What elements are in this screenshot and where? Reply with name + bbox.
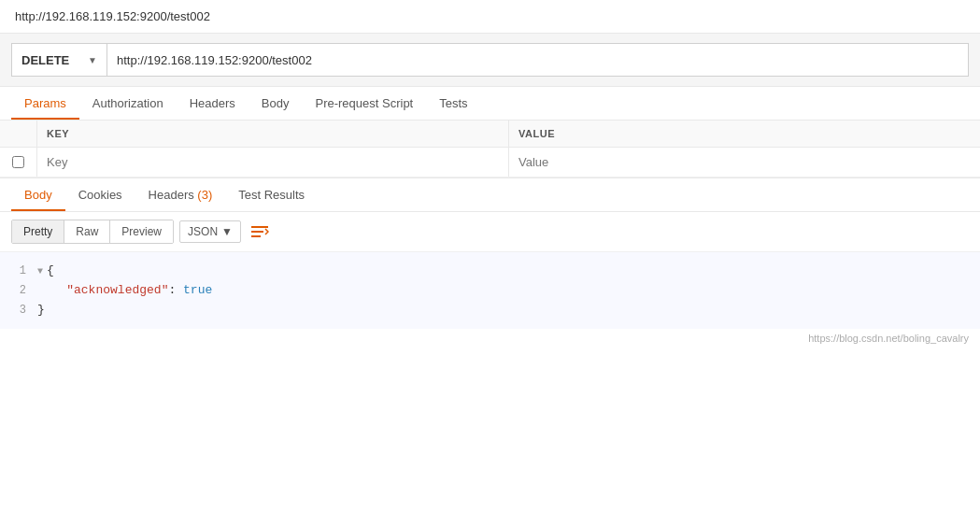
resp-tab-headers[interactable]: Headers (3) <box>135 178 226 211</box>
code-line-1: 1 ▼{ <box>0 262 980 281</box>
resp-tab-cookies[interactable]: Cookies <box>65 178 135 211</box>
headers-badge: (3) <box>197 188 212 202</box>
key-cell <box>37 148 509 177</box>
json-chevron-icon: ▼ <box>221 225 233 238</box>
checkbox-header <box>0 121 37 147</box>
format-button-group: Pretty Raw Preview <box>11 220 174 244</box>
watermark-text: https://blog.csdn.net/boling_cavalry <box>808 333 969 344</box>
value-input[interactable] <box>518 155 971 169</box>
wrap-button[interactable] <box>247 220 273 243</box>
json-format-select[interactable]: JSON ▼ <box>179 220 241 243</box>
raw-button[interactable]: Raw <box>64 220 110 243</box>
response-tabs-list: Body Cookies Headers (3) Test Results <box>11 178 969 211</box>
tab-tests[interactable]: Tests <box>426 87 480 120</box>
code-area: 1 ▼{ 2 "acknowledged": true 3 } <box>0 252 980 329</box>
code-line-2: 2 "acknowledged": true <box>0 281 980 301</box>
row-checkbox[interactable] <box>0 148 37 177</box>
value-cell <box>509 148 980 177</box>
tab-authorization[interactable]: Authorization <box>79 87 177 120</box>
method-select-wrapper: DELETE GET POST PUT PATCH HEAD OPTIONS ▼ <box>11 43 107 77</box>
resp-tab-test-results[interactable]: Test Results <box>225 178 318 211</box>
json-value: true <box>183 283 212 297</box>
top-url-text: http://192.168.119.152:9200/test002 <box>15 9 210 23</box>
tab-params[interactable]: Params <box>11 87 79 120</box>
params-table-row <box>0 148 980 177</box>
params-table-container: KEY VALUE <box>0 121 980 177</box>
response-tabs: Body Cookies Headers (3) Test Results <box>0 178 980 212</box>
key-column-header: KEY <box>37 121 509 147</box>
line-content-2: "acknowledged": true <box>37 281 212 301</box>
value-column-header: VALUE <box>509 121 980 147</box>
tab-pre-request-script[interactable]: Pre-request Script <box>302 87 426 120</box>
request-tabs-section: Params Authorization Headers Body Pre-re… <box>0 87 980 121</box>
resp-tab-body[interactable]: Body <box>11 178 65 211</box>
preview-button[interactable]: Preview <box>110 220 173 243</box>
method-select[interactable]: DELETE GET POST PUT PATCH HEAD OPTIONS <box>11 43 107 77</box>
key-input[interactable] <box>47 155 499 169</box>
line-content-3: } <box>37 301 45 320</box>
line-content-1: ▼{ <box>37 262 54 281</box>
watermark: https://blog.csdn.net/boling_cavalry <box>0 329 980 348</box>
url-input[interactable] <box>107 43 969 77</box>
code-line-3: 3 } <box>0 301 980 320</box>
line-number-2: 2 <box>0 282 37 300</box>
response-section: Body Cookies Headers (3) Test Results Pr… <box>0 177 980 348</box>
line-number-3: 3 <box>0 302 37 319</box>
top-url-display: http://192.168.119.152:9200/test002 <box>0 0 980 34</box>
response-toolbar: Pretty Raw Preview JSON ▼ <box>0 212 980 252</box>
request-tabs-list: Params Authorization Headers Body Pre-re… <box>11 87 969 120</box>
params-table-header: KEY VALUE <box>0 121 980 148</box>
row-checkbox-input[interactable] <box>12 156 24 168</box>
pretty-button[interactable]: Pretty <box>12 220 64 243</box>
request-bar: DELETE GET POST PUT PATCH HEAD OPTIONS ▼ <box>0 34 980 87</box>
json-label: JSON <box>188 225 218 238</box>
expand-icon-1[interactable]: ▼ <box>37 266 43 277</box>
wrap-icon-svg <box>250 224 269 239</box>
tab-headers[interactable]: Headers <box>177 87 249 120</box>
line-number-1: 1 <box>0 263 37 280</box>
json-key: "acknowledged" <box>66 283 168 297</box>
tab-body[interactable]: Body <box>249 87 303 120</box>
